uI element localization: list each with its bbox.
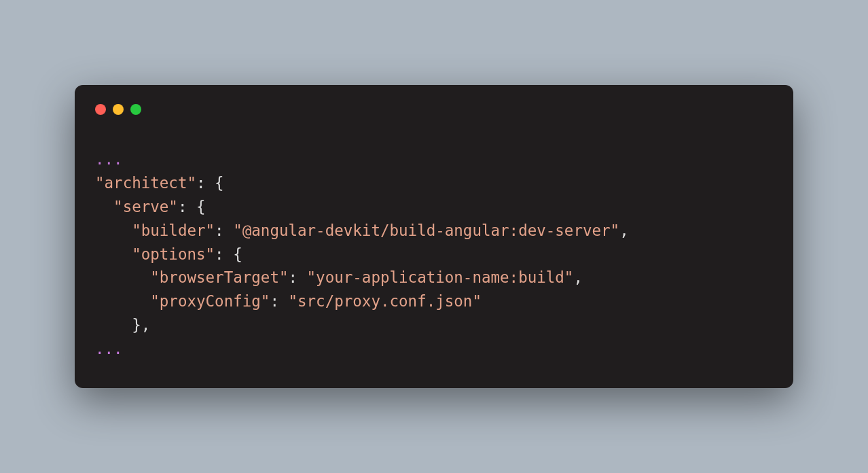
comma: , bbox=[619, 222, 629, 239]
indent bbox=[95, 222, 132, 239]
maximize-icon[interactable] bbox=[130, 104, 141, 115]
comma: , bbox=[573, 268, 583, 286]
punct: : bbox=[270, 292, 288, 310]
code-block: ... "architect": { "serve": { "builder":… bbox=[95, 147, 773, 361]
key-browsertarget: "browserTarget" bbox=[150, 268, 288, 286]
punct: : bbox=[178, 198, 196, 215]
brace-open: { bbox=[233, 245, 242, 263]
punct: : bbox=[215, 222, 233, 239]
ellipsis-bottom: ... bbox=[95, 340, 123, 357]
punct: : bbox=[196, 174, 215, 192]
value-browsertarget: "your-application-name:build" bbox=[307, 268, 574, 286]
traffic-lights bbox=[95, 104, 773, 115]
punct: : bbox=[288, 268, 306, 286]
indent bbox=[95, 268, 150, 286]
ellipsis-top: ... bbox=[95, 150, 123, 168]
value-builder: "@angular-devkit/build-angular:dev-serve… bbox=[233, 222, 619, 239]
code-window: ... "architect": { "serve": { "builder":… bbox=[75, 85, 793, 388]
indent bbox=[95, 316, 132, 334]
key-options: "options" bbox=[132, 245, 215, 263]
key-serve: "serve" bbox=[113, 198, 178, 215]
punct: : bbox=[215, 245, 233, 263]
key-architect: "architect" bbox=[95, 174, 196, 192]
close-icon[interactable] bbox=[95, 104, 106, 115]
indent bbox=[95, 198, 113, 215]
brace-open: { bbox=[215, 174, 224, 192]
key-proxyconfig: "proxyConfig" bbox=[150, 292, 270, 310]
brace-close-comma: }, bbox=[132, 316, 150, 334]
indent bbox=[95, 245, 132, 263]
value-proxyconfig: "src/proxy.conf.json" bbox=[288, 292, 481, 310]
key-builder: "builder" bbox=[132, 222, 215, 239]
brace-open: { bbox=[196, 198, 206, 215]
indent bbox=[95, 292, 150, 310]
minimize-icon[interactable] bbox=[113, 104, 124, 115]
